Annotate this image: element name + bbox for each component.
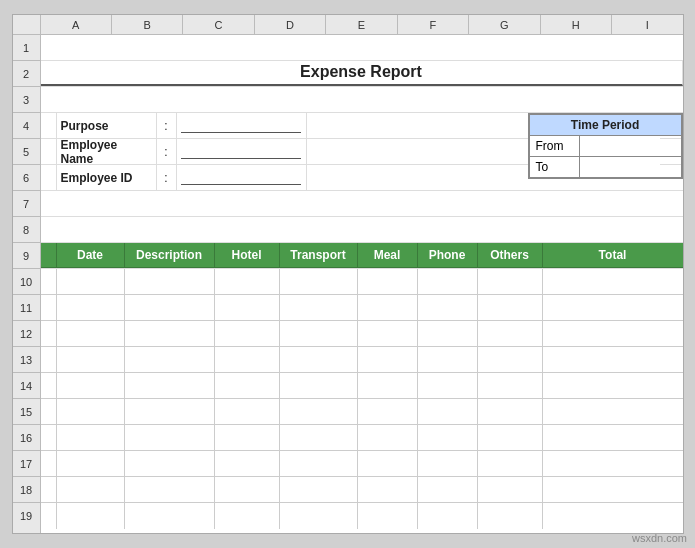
th-transport: Transport <box>280 243 358 268</box>
purpose-label: Purpose <box>57 113 157 138</box>
th-blank <box>41 243 57 268</box>
employee-id-value[interactable] <box>177 165 307 190</box>
cell-row7 <box>41 191 683 216</box>
row-num-13: 13 <box>13 347 40 373</box>
cell-row3 <box>41 87 683 112</box>
row-numbers: 1 2 3 4 5 6 7 8 9 10 11 12 13 14 15 16 1… <box>13 35 41 533</box>
to-label: To <box>530 157 580 177</box>
row-8 <box>41 217 683 243</box>
row-num-19: 19 <box>13 503 40 529</box>
row-num-18: 18 <box>13 477 40 503</box>
row-num-15: 15 <box>13 399 40 425</box>
table-row-17 <box>41 451 683 477</box>
th-meal: Meal <box>358 243 418 268</box>
cell-10a <box>41 269 57 295</box>
table-row-10 <box>41 269 683 295</box>
cell-10d[interactable] <box>215 269 280 295</box>
time-period-box: Time Period From To <box>528 113 683 179</box>
purpose-value[interactable] <box>177 113 307 138</box>
th-description: Description <box>125 243 215 268</box>
cell-10h[interactable] <box>478 269 543 295</box>
cell-6a <box>41 165 57 190</box>
table-row-16 <box>41 425 683 451</box>
form-section: Purpose : Employee Name : <box>41 113 683 191</box>
col-header-i: I <box>612 15 682 34</box>
table-row-13 <box>41 347 683 373</box>
sheet-body: 1 2 3 4 5 6 7 8 9 10 11 12 13 14 15 16 1… <box>13 35 683 533</box>
time-period-to-row: To <box>529 157 682 178</box>
cell-10i[interactable] <box>543 269 683 295</box>
col-header-g: G <box>469 15 540 34</box>
row-num-11: 11 <box>13 295 40 321</box>
table-row-19 <box>41 503 683 529</box>
watermark: wsxdn.com <box>632 532 687 544</box>
cell-row1 <box>41 35 683 60</box>
col-header-f: F <box>398 15 469 34</box>
cell-10b[interactable] <box>57 269 125 295</box>
time-period-from-row: From <box>529 136 682 157</box>
row-num-17: 17 <box>13 451 40 477</box>
table-row-11 <box>41 295 683 321</box>
col-header-h: H <box>541 15 612 34</box>
table-row-18 <box>41 477 683 503</box>
employee-name-colon: : <box>157 139 177 164</box>
row-num-5: 5 <box>13 139 40 165</box>
table-header-row: Date Description Hotel Transport Meal Ph… <box>41 243 683 269</box>
from-value[interactable] <box>580 136 660 156</box>
row-1 <box>41 35 683 61</box>
cell-row8 <box>41 217 683 242</box>
row-num-14: 14 <box>13 373 40 399</box>
to-value[interactable] <box>580 157 660 177</box>
employee-name-label: Employee Name <box>57 139 157 164</box>
col-header-e: E <box>326 15 397 34</box>
report-title: Expense Report <box>41 61 683 86</box>
from-label: From <box>530 136 580 156</box>
row-num-2: 2 <box>13 61 40 87</box>
cell-4a <box>41 113 57 138</box>
row-num-7: 7 <box>13 191 40 217</box>
cell-10f[interactable] <box>358 269 418 295</box>
row-3 <box>41 87 683 113</box>
employee-name-value[interactable] <box>177 139 307 164</box>
column-headers: A B C D E F G H I <box>13 15 683 35</box>
row-2: Expense Report <box>41 61 683 87</box>
row-num-16: 16 <box>13 425 40 451</box>
table-row-14 <box>41 373 683 399</box>
th-hotel: Hotel <box>215 243 280 268</box>
time-period-header: Time Period <box>529 114 682 136</box>
row-num-3: 3 <box>13 87 40 113</box>
row-num-1: 1 <box>13 35 40 61</box>
cell-10g[interactable] <box>418 269 478 295</box>
table-row-12 <box>41 321 683 347</box>
row-num-4: 4 <box>13 113 40 139</box>
row-num-10: 10 <box>13 269 40 295</box>
corner-cell <box>13 15 41 34</box>
row-num-12: 12 <box>13 321 40 347</box>
th-date: Date <box>57 243 125 268</box>
th-phone: Phone <box>418 243 478 268</box>
row-num-6: 6 <box>13 165 40 191</box>
cell-10e[interactable] <box>280 269 358 295</box>
th-total: Total <box>543 243 683 268</box>
row-num-9: 9 <box>13 243 40 269</box>
col-header-c: C <box>183 15 254 34</box>
th-others: Others <box>478 243 543 268</box>
cell-5a <box>41 139 57 164</box>
col-header-a: A <box>41 15 112 34</box>
row-7 <box>41 191 683 217</box>
cell-10c[interactable] <box>125 269 215 295</box>
col-header-b: B <box>112 15 183 34</box>
col-header-d: D <box>255 15 326 34</box>
sheet-content: Expense Report Purpose : <box>41 35 683 533</box>
purpose-colon: : <box>157 113 177 138</box>
employee-id-label: Employee ID <box>57 165 157 190</box>
employee-id-colon: : <box>157 165 177 190</box>
row-num-8: 8 <box>13 217 40 243</box>
table-row-15 <box>41 399 683 425</box>
